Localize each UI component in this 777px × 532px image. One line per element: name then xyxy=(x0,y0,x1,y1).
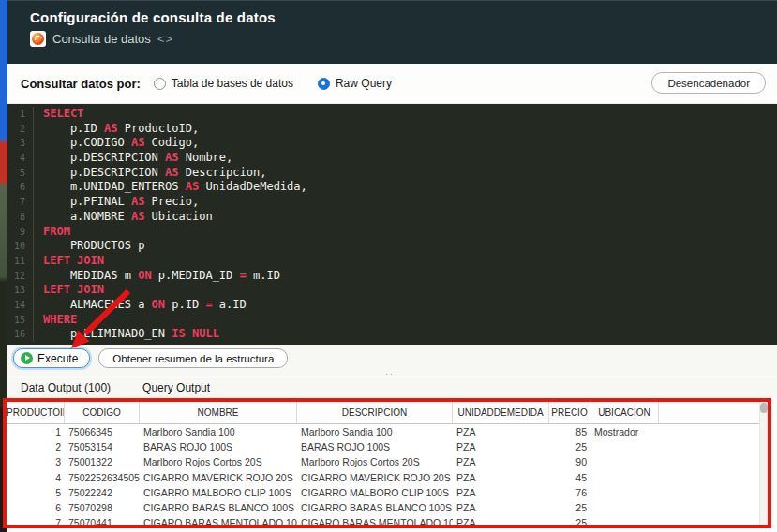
line-number: 15 xyxy=(7,313,34,328)
table-cell: 25 xyxy=(549,500,590,515)
code-text: FROM xyxy=(34,225,70,240)
editor-line[interactable]: 6 m.UNIDAD_ENTEROS AS UnidadDeMedida, xyxy=(7,180,777,195)
table-cell: PZA xyxy=(453,439,549,454)
execute-button[interactable]: Execute xyxy=(13,348,90,368)
query-mode-label: Consultar datos por: xyxy=(21,77,141,91)
tab-query-output[interactable]: Query Output xyxy=(142,381,210,394)
scrollbar-thumb[interactable] xyxy=(760,403,768,413)
table-cell: 7502252634505 xyxy=(65,470,140,485)
table-cell: 3 xyxy=(7,454,65,469)
editor-line[interactable]: 15WHERE xyxy=(7,313,777,328)
table-row[interactable]: 375001322Marlboro Rojos Cortos 20SMarlbo… xyxy=(7,454,759,469)
table-cell: BARAS ROJO 100S xyxy=(297,439,453,454)
line-number: 14 xyxy=(7,298,34,313)
line-number: 12 xyxy=(7,269,34,284)
drag-dots-icon: ··· xyxy=(385,369,399,378)
editor-line[interactable]: 2 p.ID AS ProductoID, xyxy=(7,122,777,137)
code-text: a.NOMBRE AS Ubicacion xyxy=(34,210,213,225)
table-cell: Mostrador xyxy=(590,424,659,439)
radio-selected-icon[interactable] xyxy=(318,78,330,90)
editor-line[interactable]: 13LEFT JOIN xyxy=(7,283,777,298)
trigger-button[interactable]: Desencadenador xyxy=(651,72,766,94)
table-cell: 75066345 xyxy=(65,424,140,439)
line-number: 2 xyxy=(7,122,34,137)
radio-option-1[interactable]: Tabla de bases de datos xyxy=(154,77,293,90)
table-cell: 76 xyxy=(549,485,590,500)
line-number: 10 xyxy=(7,239,34,254)
table-row[interactable]: 275053154BARAS ROJO 100SBARAS ROJO 100SP… xyxy=(7,439,759,454)
editor-line[interactable]: 8 a.NOMBRE AS Ubicacion xyxy=(7,210,777,225)
execute-label: Execute xyxy=(37,352,78,365)
code-text: m.UNIDAD_ENTEROS AS UnidadDeMedida, xyxy=(34,180,307,195)
table-row[interactable]: 47502252634505CIGARRO MAVERICK ROJO 20SC… xyxy=(7,470,759,485)
table-cell xyxy=(590,500,659,515)
page-title: Configuración de consulta de datos xyxy=(30,9,777,25)
code-text: LEFT JOIN xyxy=(34,283,104,298)
table-row[interactable]: 775070441CIGARO BARAS MENTOLADO 100SCIGA… xyxy=(7,515,759,528)
output-tabs: Data Output (100)Query Output xyxy=(7,377,777,398)
table-cell: CIGARO BARAS MENTOLADO 100S xyxy=(297,515,453,528)
table-cell: 4 xyxy=(7,470,65,485)
table-row[interactable]: 675070298CIGARRO BARAS BLANCO 100SCIGARR… xyxy=(7,500,759,515)
tab-data-output[interactable]: Data Output (100) xyxy=(21,381,111,394)
radio-label: Tabla de bases de datos xyxy=(172,77,293,90)
table-row[interactable]: 175066345Marlboro Sandia 100Marlboro San… xyxy=(7,424,759,439)
radio-unselected-icon[interactable] xyxy=(154,78,166,90)
table-cell xyxy=(590,439,659,454)
table-cell: PZA xyxy=(453,454,549,469)
code-text: p.DESCRIPCION AS Descripcion, xyxy=(34,166,266,181)
sql-editor[interactable]: 1SELECT2 p.ID AS ProductoID,3 p.CODIGO A… xyxy=(7,104,777,345)
column-header-precio: PRECIO xyxy=(549,402,590,423)
editor-line[interactable]: 11LEFT JOIN xyxy=(7,254,777,269)
table-cell: 45 xyxy=(549,470,590,485)
editor-line[interactable]: 12 MEDIDAS m ON p.MEDIDA_ID = m.ID xyxy=(7,269,777,284)
table-cell: PZA xyxy=(453,470,549,485)
table-cell: 75070298 xyxy=(65,500,140,515)
table-row[interactable]: 575022242CIGARRO MALBORO CLIP 100SCIGARR… xyxy=(7,485,759,500)
table-cell: CIGARRO MAVERICK ROJO 20S xyxy=(297,470,453,485)
table-cell: CIGARRO BARAS BLANCO 100S xyxy=(140,500,297,515)
code-text: SELECT xyxy=(34,107,83,122)
code-text: p.ELIMINADO_EN IS NULL xyxy=(34,327,219,342)
table-cell: 2 xyxy=(7,439,65,454)
line-number: 11 xyxy=(7,254,34,269)
title-bar: Configuración de consulta de datos Consu… xyxy=(7,0,777,64)
column-header-nombre: NOMBRE xyxy=(140,402,297,423)
editor-line[interactable]: 4 p.DESCRIPCION AS Nombre, xyxy=(7,151,777,166)
editor-line[interactable]: 7 p.PFINAL AS Precio, xyxy=(7,195,777,210)
table-cell: PZA xyxy=(453,500,549,515)
line-number: 7 xyxy=(7,195,34,210)
table-cell xyxy=(590,485,659,500)
radio-option-2[interactable]: Raw Query xyxy=(318,77,392,90)
editor-line[interactable]: 9FROM xyxy=(7,225,777,240)
table-cell: 25 xyxy=(549,439,590,454)
table-cell: 85 xyxy=(549,424,590,439)
table-cell: Marlboro Sandia 100 xyxy=(140,424,297,439)
structure-summary-button[interactable]: Obtener resumen de la estructura xyxy=(98,348,288,368)
query-mode-radios: Tabla de bases de datosRaw Query xyxy=(154,77,392,90)
editor-line[interactable]: 16 p.ELIMINADO_EN IS NULL xyxy=(7,327,777,342)
editor-line[interactable]: 10 PRODUCTOS p xyxy=(7,239,777,254)
table-cell: Marlboro Rojos Cortos 20S xyxy=(297,454,453,469)
editor-line[interactable]: 14 ALMACENES a ON p.ID = a.ID xyxy=(7,298,777,313)
results-scrollbar[interactable] xyxy=(759,402,768,525)
line-number: 5 xyxy=(7,166,34,181)
line-number: 1 xyxy=(7,107,34,122)
code-text: MEDIDAS m ON p.MEDIDA_ID = m.ID xyxy=(34,269,280,284)
editor-line[interactable]: 3 p.CODIGO AS Codigo, xyxy=(7,136,777,151)
radio-label: Raw Query xyxy=(336,77,392,90)
line-number: 16 xyxy=(7,327,34,342)
table-cell: 7 xyxy=(7,515,65,528)
play-icon xyxy=(21,352,33,364)
column-header-ubicacion: UBICACION xyxy=(590,402,659,423)
results-table: PRODUCTOIDCODIGONOMBREDESCRIPCIONUNIDADD… xyxy=(7,402,768,525)
editor-line[interactable]: 5 p.DESCRIPCION AS Descripcion, xyxy=(7,166,777,181)
table-cell: 90 xyxy=(549,454,590,469)
table-cell: CIGARRO MALBORO CLIP 100S xyxy=(297,485,453,500)
editor-line[interactable]: 1SELECT xyxy=(7,107,777,122)
column-header-codigo: CODIGO xyxy=(65,402,140,423)
table-cell: PZA xyxy=(453,485,549,500)
table-cell: 1 xyxy=(7,424,65,439)
table-cell: 75070441 xyxy=(65,515,140,528)
subtitle-label: Consulta de datos xyxy=(52,32,151,46)
